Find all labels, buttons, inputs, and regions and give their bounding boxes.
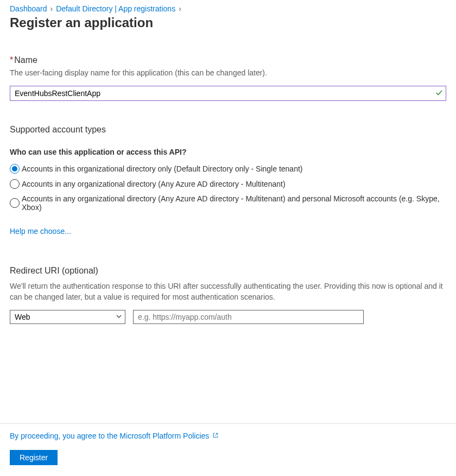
policy-link-text: By proceeding, you agree to the Microsof… xyxy=(10,431,209,440)
redirect-uri-desc: We'll return the authentication response… xyxy=(10,281,446,302)
breadcrumb-directory[interactable]: Default Directory | App registrations xyxy=(56,4,175,13)
required-star-icon: * xyxy=(10,55,13,65)
account-type-option-single-tenant[interactable]: Accounts in this organizational director… xyxy=(10,164,446,174)
footer: By proceeding, you agree to the Microsof… xyxy=(0,423,456,476)
radio-icon[interactable] xyxy=(10,164,20,174)
redirect-uri-section: Redirect URI (optional) We'll return the… xyxy=(10,266,446,324)
platform-policies-link[interactable]: By proceeding, you agree to the Microsof… xyxy=(10,431,219,440)
account-type-option-multitenant-personal[interactable]: Accounts in any organizational directory… xyxy=(10,194,446,212)
account-types-title: Supported account types xyxy=(10,125,446,135)
account-types-section: Supported account types Who can use this… xyxy=(10,125,446,236)
page-title: Register an application xyxy=(10,15,446,30)
name-section: *Name The user-facing display name for t… xyxy=(10,55,446,101)
account-type-option-multitenant[interactable]: Accounts in any organizational directory… xyxy=(10,179,446,189)
name-label-text: Name xyxy=(14,55,37,65)
redirect-uri-title: Redirect URI (optional) xyxy=(10,266,446,276)
radio-label: Accounts in this organizational director… xyxy=(20,164,302,173)
checkmark-icon xyxy=(435,89,443,98)
chevron-right-icon: › xyxy=(178,4,182,13)
redirect-uri-input[interactable] xyxy=(133,310,364,324)
account-types-subheading: Who can use this application or access t… xyxy=(10,148,446,156)
breadcrumb-dashboard[interactable]: Dashboard xyxy=(10,4,47,13)
radio-label: Accounts in any organizational directory… xyxy=(20,180,286,188)
external-link-icon xyxy=(212,431,219,440)
name-input[interactable] xyxy=(10,86,446,101)
chevron-right-icon: › xyxy=(49,4,54,13)
name-label: *Name xyxy=(10,55,446,65)
name-help-text: The user-facing display name for this ap… xyxy=(10,68,446,77)
help-me-choose-link[interactable]: Help me choose... xyxy=(10,227,71,236)
platform-select[interactable] xyxy=(10,310,125,324)
radio-icon[interactable] xyxy=(10,198,20,208)
radio-icon[interactable] xyxy=(10,179,20,189)
breadcrumb: Dashboard › Default Directory | App regi… xyxy=(10,4,446,13)
radio-label: Accounts in any organizational directory… xyxy=(20,194,446,212)
register-button[interactable]: Register xyxy=(10,450,58,465)
